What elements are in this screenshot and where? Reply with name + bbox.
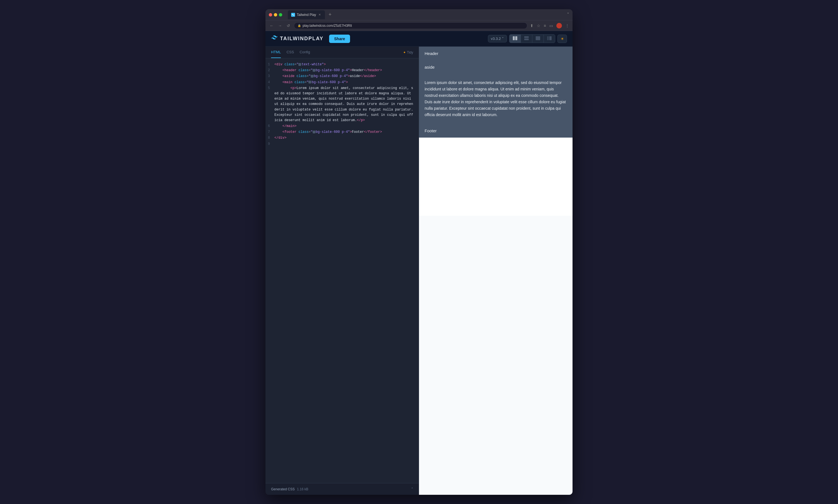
svg-rect-5 bbox=[547, 36, 549, 40]
layout-buttons bbox=[509, 34, 555, 43]
code-line-1: 1 <div class="text-white"> bbox=[266, 62, 419, 68]
close-button[interactable] bbox=[269, 13, 272, 16]
tab-favicon bbox=[291, 13, 295, 17]
split-layout-button[interactable] bbox=[510, 35, 521, 43]
main-content: HTML CSS Config ✦ Tidy 1 <div class="tex… bbox=[266, 47, 572, 495]
traffic-lights bbox=[269, 13, 282, 16]
address-text: play.tailwindcss.com/Z5zE7H3Rlt bbox=[303, 24, 352, 28]
code-line-4: 4 <main class="bg-slate-600 p-4"> bbox=[266, 79, 419, 85]
header-right: v3.3.2 ˅ ☀ bbox=[488, 34, 567, 43]
svg-rect-3 bbox=[524, 38, 529, 40]
editor-tabs: HTML CSS Config ✦ Tidy bbox=[266, 47, 419, 58]
share-button[interactable]: Share bbox=[329, 35, 350, 43]
browser-window: Tailwind Play ✕ + ˅ ← → ↺ 🔒 play.tailwin… bbox=[266, 9, 572, 495]
svg-rect-4 bbox=[536, 36, 540, 40]
logo: tailwindPLAY bbox=[271, 35, 323, 42]
reload-button[interactable]: ↺ bbox=[286, 23, 291, 28]
editor-only-button[interactable] bbox=[532, 35, 544, 43]
fullscreen-button[interactable] bbox=[279, 13, 282, 16]
address-bar-actions: ⬆ ☆ ≡ ▭ ⋮ bbox=[530, 23, 569, 29]
logo-text: tailwindPLAY bbox=[280, 36, 323, 41]
version-button[interactable]: v3.3.2 ˅ bbox=[488, 35, 507, 42]
preview-main: Lorem ipsum dolor sit amet, consectetur … bbox=[419, 74, 572, 124]
tab-css[interactable]: CSS bbox=[286, 47, 294, 58]
tab-config[interactable]: Config bbox=[300, 47, 310, 58]
css-size: 1.16 kB bbox=[297, 487, 308, 491]
tab-close-button[interactable]: ✕ bbox=[318, 13, 322, 17]
preview-footer: Footer bbox=[419, 124, 572, 138]
svg-rect-1 bbox=[515, 36, 517, 40]
sparkle-icon: ✦ bbox=[403, 51, 406, 54]
sun-icon: ☀ bbox=[560, 37, 564, 41]
preview-panel: Header aside Lorem ipsum dolor sit amet,… bbox=[419, 47, 572, 495]
address-input[interactable]: 🔒 play.tailwindcss.com/Z5zE7H3Rlt bbox=[294, 22, 527, 29]
code-line-3: 3 <aside class="bg-slate-600 p-4">aside<… bbox=[266, 73, 419, 79]
profile-icon[interactable] bbox=[556, 23, 562, 29]
preview-aside: aside bbox=[419, 60, 572, 74]
menu-icon[interactable]: ⋮ bbox=[565, 23, 569, 28]
app-header: tailwindPLAY Share v3.3.2 ˅ bbox=[266, 31, 572, 47]
code-line-8: 8 </div> bbox=[266, 135, 419, 141]
code-line-7: 7 <footer class="bg-slate-600 p-4">Foote… bbox=[266, 129, 419, 135]
bookmark-icon[interactable]: ☆ bbox=[537, 23, 540, 28]
back-button[interactable]: ← bbox=[269, 23, 274, 28]
address-bar: ← → ↺ 🔒 play.tailwindcss.com/Z5zE7H3Rlt … bbox=[266, 20, 572, 31]
tab-bar: Tailwind Play ✕ + bbox=[288, 10, 564, 19]
theme-toggle-button[interactable]: ☀ bbox=[557, 35, 567, 43]
code-line-6: 6 </main> bbox=[266, 123, 419, 129]
reader-icon[interactable]: ≡ bbox=[544, 23, 546, 28]
horizontal-layout-button[interactable] bbox=[521, 35, 532, 43]
code-line-2: 2 <header class="bg-slate-600 p-4">Heade… bbox=[266, 68, 419, 73]
lock-icon: 🔒 bbox=[298, 24, 301, 27]
preview-only-button[interactable] bbox=[544, 35, 555, 43]
collapse-button[interactable]: ˄ bbox=[411, 487, 413, 491]
tab-html[interactable]: HTML bbox=[271, 47, 281, 58]
code-editor[interactable]: 1 <div class="text-white"> 2 <header cla… bbox=[266, 58, 419, 483]
svg-rect-2 bbox=[524, 36, 529, 38]
title-bar: Tailwind Play ✕ + ˅ bbox=[266, 9, 572, 20]
bottom-bar: Generated CSS 1.16 kB ˄ bbox=[266, 483, 419, 495]
preview-white-area bbox=[419, 138, 572, 216]
share-icon[interactable]: ⬆ bbox=[530, 23, 533, 28]
tab-title: Tailwind Play bbox=[297, 13, 316, 17]
code-line-5: 5 <p>Lorem ipsum dolor sit amet, consect… bbox=[266, 85, 419, 123]
forward-button[interactable]: → bbox=[277, 23, 283, 28]
tidy-button[interactable]: ✦ Tidy bbox=[403, 51, 413, 54]
svg-rect-6 bbox=[549, 36, 552, 40]
code-line-9: 9 bbox=[266, 141, 419, 147]
preview-header: Header bbox=[419, 47, 572, 60]
svg-rect-0 bbox=[513, 36, 515, 40]
sidebar-icon[interactable]: ▭ bbox=[549, 23, 553, 28]
window-controls: ˅ bbox=[567, 12, 569, 17]
generated-css-label: Generated CSS bbox=[271, 487, 295, 491]
minimize-button[interactable] bbox=[274, 13, 277, 16]
browser-tab[interactable]: Tailwind Play ✕ bbox=[288, 10, 325, 19]
version-chevron: ˅ bbox=[502, 37, 504, 41]
preview-content: Header aside Lorem ipsum dolor sit amet,… bbox=[419, 47, 572, 495]
new-tab-button[interactable]: + bbox=[326, 11, 334, 19]
logo-icon bbox=[271, 35, 278, 42]
editor-panel: HTML CSS Config ✦ Tidy 1 <div class="tex… bbox=[266, 47, 419, 495]
